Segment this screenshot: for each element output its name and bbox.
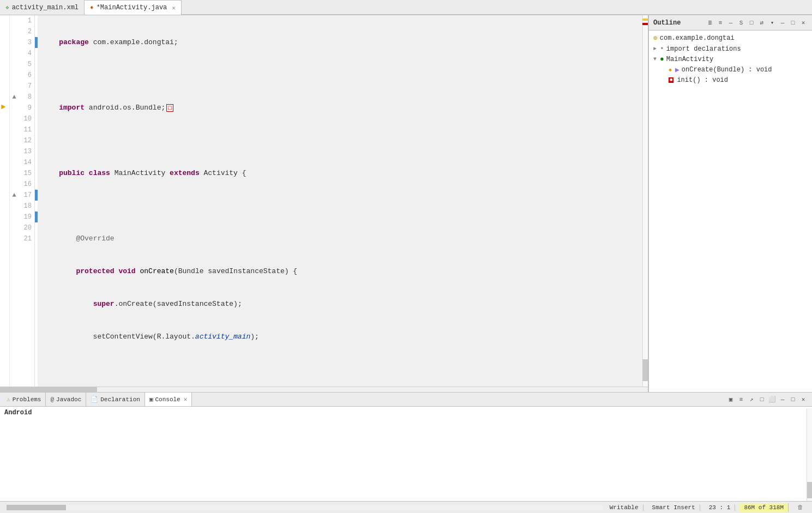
tab-javadoc[interactable]: @ Javadoc xyxy=(46,393,86,406)
outline-header: Outline ≣ ≡ ‒ S □ ⇄ ▾ — □ ✕ xyxy=(649,15,812,31)
outline-content: ⊕ com.example.dongtai ► • import declara… xyxy=(649,31,812,392)
tab-problems-label: Problems xyxy=(13,396,41,403)
scrollbar-thumb[interactable] xyxy=(642,359,648,381)
console-btn-close[interactable]: ✕ xyxy=(799,395,808,404)
javadoc-icon: @ xyxy=(50,396,54,403)
console-btn-2[interactable]: ≡ xyxy=(737,395,745,404)
status-insert-mode: Smart Insert xyxy=(648,504,700,511)
tab-problems[interactable]: ⚠ Problems xyxy=(2,393,46,406)
code-line-4 xyxy=(42,135,642,146)
outline-hide-static-btn[interactable]: S xyxy=(737,19,745,27)
console-btn-maximize[interactable]: □ xyxy=(789,395,797,404)
code-editor[interactable]: package com.example.dongtai; import andr… xyxy=(38,15,642,387)
outline-item-oncreate[interactable]: ◆ ▶ onCreate(Bundle) : void xyxy=(649,64,812,75)
outline-maximize-btn[interactable]: □ xyxy=(789,19,797,27)
outline-title: Outline xyxy=(653,19,681,27)
status-bar: Writable Smart Insert 23 : 1 86M of 318M… xyxy=(0,501,812,513)
outline-collapse-btn[interactable]: □ xyxy=(747,19,756,27)
console-icon: ▣ xyxy=(149,396,153,403)
method-icon: ▶ xyxy=(675,65,679,74)
gc-button[interactable]: 🗑 xyxy=(793,504,808,511)
tab-console-close-icon[interactable]: ✕ xyxy=(184,396,188,403)
bottom-scrollbar-thumb[interactable] xyxy=(7,505,66,510)
scroll-mark-red xyxy=(642,23,648,25)
tab-console[interactable]: ▣ Console ✕ xyxy=(145,393,192,406)
collapse-arrow-icon: ▼ xyxy=(653,56,657,62)
outline-package-label: com.example.dongtai xyxy=(660,34,735,42)
bottom-panel-toolbar: ▣ ≡ ↗ □ ⬜ — □ ✕ xyxy=(726,395,812,404)
tab-label-main-activity: *MainActivity.java xyxy=(97,4,167,11)
declaration-icon: 📄 xyxy=(91,396,98,403)
import-icon: • xyxy=(660,45,664,53)
code-line-2 xyxy=(42,70,642,81)
console-btn-1[interactable]: ▣ xyxy=(726,395,735,404)
outline-toolbar: ≣ ≡ ‒ S □ ⇄ ▾ — □ ✕ xyxy=(706,19,808,27)
tab-bar: ❖ activity_main.xml ♦ *MainActivity.java… xyxy=(0,0,812,15)
editor-area: ► ▲ xyxy=(0,15,648,392)
tab-console-label: Console xyxy=(155,396,181,403)
outline-item-imports[interactable]: ► • import declarations xyxy=(649,44,812,54)
bottom-panel: ⚠ Problems @ Javadoc 📄 Declaration ▣ Con… xyxy=(0,392,812,501)
left-margin: ► xyxy=(0,15,10,387)
tab-javadoc-label: Javadoc xyxy=(56,396,81,403)
code-line-11 xyxy=(42,364,642,375)
console-content: Android xyxy=(0,407,812,501)
tab-main-activity[interactable]: ♦ *MainActivity.java ✕ xyxy=(85,0,182,15)
class-icon: ● xyxy=(660,55,664,63)
console-btn-layout[interactable]: ⬜ xyxy=(768,395,777,404)
line-numbers: 1 2 3 4 5 6 7 8 9 10 11 12 13 14 15 16 1 xyxy=(19,15,35,387)
status-memory: 86M of 318M xyxy=(739,503,789,512)
outline-sort-visibility-btn[interactable]: ≡ xyxy=(716,19,725,27)
console-scrollbar-thumb[interactable] xyxy=(807,482,812,498)
outline-hide-fields-btn[interactable]: ‒ xyxy=(726,19,735,27)
code-line-10: setContentView(R.layout.activity_main); xyxy=(42,331,642,342)
outline-init-label: init() : void xyxy=(677,76,728,84)
private-icon: ■ xyxy=(669,77,673,83)
tab-close-icon[interactable]: ✕ xyxy=(172,4,176,11)
bookmark-arrow-icon: ► xyxy=(1,102,5,111)
scroll-mark-yellow xyxy=(642,19,648,21)
console-btn-minimize[interactable]: — xyxy=(778,395,787,404)
code-line-8: protected void onCreate(Bundle savedInst… xyxy=(42,266,642,277)
outline-item-init[interactable]: ■ init() : void xyxy=(649,75,812,85)
code-content: package com.example.dongtai; import andr… xyxy=(38,15,642,387)
console-btn-view[interactable]: □ xyxy=(757,395,766,404)
status-position: 23 : 1 xyxy=(705,504,736,511)
code-line-7: @Override xyxy=(42,233,642,244)
package-icon: ⊕ xyxy=(653,34,658,43)
outline-view-menu-btn[interactable]: ▾ xyxy=(768,19,777,27)
outline-minimize-btn[interactable]: — xyxy=(778,19,787,27)
bottom-h-scrollbar[interactable] xyxy=(7,505,603,510)
method-visibility-icon: ◆ xyxy=(669,67,672,73)
outline-close-btn[interactable]: ✕ xyxy=(799,19,808,27)
outline-item-package[interactable]: ⊕ com.example.dongtai xyxy=(649,33,812,44)
outline-link-btn[interactable]: ⇄ xyxy=(757,19,766,27)
outline-item-class[interactable]: ▼ ● MainActivity xyxy=(649,54,812,64)
status-writable: Writable xyxy=(605,504,643,511)
editor-h-scrollbar[interactable] xyxy=(0,387,648,392)
outline-sort-alpha-btn[interactable]: ≣ xyxy=(706,19,714,27)
bottom-tab-bar: ⚠ Problems @ Javadoc 📄 Declaration ▣ Con… xyxy=(0,393,812,407)
xml-icon: ❖ xyxy=(5,4,9,11)
outline-oncreate-label: onCreate(Bundle) : void xyxy=(682,66,772,74)
code-line-9: super.onCreate(savedInstanceState); xyxy=(42,299,642,310)
minimap-scrollbar[interactable] xyxy=(642,15,648,387)
console-v-scrollbar[interactable] xyxy=(807,408,812,501)
fold-indicator[interactable]: ▲ xyxy=(10,92,19,102)
outline-panel: Outline ≣ ≡ ‒ S □ ⇄ ▾ — □ ✕ ⊕ xyxy=(648,15,812,392)
code-line-6 xyxy=(42,201,642,212)
tab-activity-main[interactable]: ❖ activity_main.xml xyxy=(0,0,85,15)
code-line-5: public class MainActivity extends Activi… xyxy=(42,168,642,179)
tab-declaration[interactable]: 📄 Declaration xyxy=(86,393,145,406)
tab-declaration-label: Declaration xyxy=(100,396,140,403)
outline-class-label: MainActivity xyxy=(666,56,713,63)
java-icon: ♦ xyxy=(90,4,94,11)
code-line-1: package com.example.dongtai; xyxy=(42,37,642,48)
fold-indicator-2[interactable]: ▲ xyxy=(10,190,19,201)
fold-column: ▲ ▲ xyxy=(10,15,19,387)
problems-icon: ⚠ xyxy=(7,396,10,403)
console-btn-export[interactable]: ↗ xyxy=(747,395,756,404)
tab-label-activity-main: activity_main.xml xyxy=(12,4,79,11)
status-right: Writable Smart Insert 23 : 1 86M of 318M… xyxy=(605,503,812,512)
outline-imports-label: import declarations xyxy=(666,45,741,53)
